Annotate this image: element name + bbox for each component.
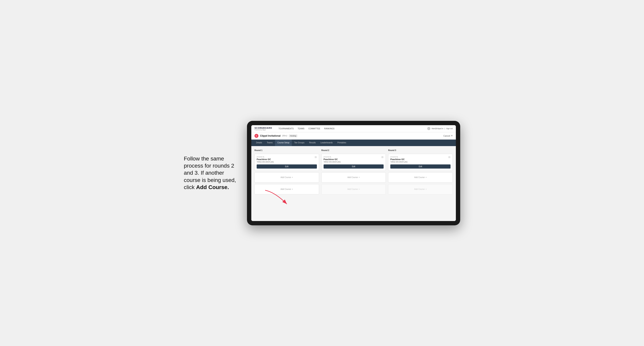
- round-1-course-name: Peachtree GC: [257, 158, 317, 161]
- round-1-add-course-button[interactable]: Add Course +: [254, 172, 319, 182]
- round-2-label: Round 2: [322, 149, 386, 152]
- tablet-screen: SCOREBOARD Powered by clippd TOURNAMENTS…: [251, 125, 456, 221]
- round-1-course-card: ⊟ (Course A) Peachtree GC Yellow (M) (66…: [254, 154, 319, 171]
- tablet-inner: SCOREBOARD Powered by clippd TOURNAMENTS…: [251, 125, 456, 221]
- round-2-add-course-button[interactable]: Add Course +: [322, 172, 386, 182]
- round-1-edit-button[interactable]: Edit: [257, 165, 317, 169]
- round-3-add-course-button[interactable]: Add Course +: [388, 172, 453, 182]
- round-1-course-tag: (Course A): [257, 156, 317, 158]
- nav-tournaments[interactable]: TOURNAMENTS: [278, 127, 294, 130]
- scoreboard-logo: SCOREBOARD Powered by clippd: [254, 127, 272, 131]
- tab-course-setup[interactable]: Course Setup: [275, 140, 292, 146]
- round-1-delete-icon[interactable]: ⊟: [314, 156, 317, 159]
- round-2-add-course-text: Add Course +: [348, 176, 360, 178]
- pipe-separator: |: [444, 128, 445, 130]
- round-3-plus-icon: +: [426, 176, 427, 178]
- round-1-column: Round 1 ⊟ (Course A) Peachtree GC Yellow…: [254, 149, 319, 194]
- round-1-extra-plus-icon: +: [292, 188, 293, 190]
- tournament-name: Clippd Invitational: [260, 135, 280, 137]
- main-content: Round 1 ⊟ (Course A) Peachtree GC Yellow…: [251, 146, 456, 221]
- tournament-gender: (Men): [282, 135, 287, 137]
- round-3-extra-plus-icon: +: [426, 188, 427, 190]
- clippd-logo: C: [254, 134, 258, 138]
- cancel-button[interactable]: Cancel ✕: [444, 135, 453, 137]
- round-3-delete-icon[interactable]: ⊟: [448, 156, 451, 159]
- round-2-course-name: Peachtree GC: [324, 158, 384, 161]
- round-1-extra-add-text: Add Course +: [280, 188, 293, 190]
- nav-links: TOURNAMENTS TEAMS COMMITTEE RANKINGS: [278, 127, 422, 130]
- sub-header: C Clippd Invitational (Men) Hosting Canc…: [251, 132, 456, 140]
- round-2-extra-slot: Add Course +: [322, 184, 386, 194]
- round-3-label: Round 3: [388, 149, 453, 152]
- logo-title: SCOREBOARD: [254, 127, 272, 129]
- round-1-plus-icon: +: [292, 176, 293, 178]
- round-1-label: Round 1: [254, 149, 319, 152]
- round-2-plus-icon: +: [358, 176, 360, 178]
- round-3-course-tag: (Course A): [390, 156, 450, 158]
- tablet-frame: SCOREBOARD Powered by clippd TOURNAMENTS…: [247, 121, 460, 225]
- round-3-add-course-text: Add Course +: [414, 176, 427, 178]
- user-email: blair@clippd.io: [432, 128, 443, 130]
- round-3-edit-button[interactable]: Edit: [390, 165, 450, 169]
- round-3-course-name: Peachtree GC: [390, 158, 450, 161]
- round-2-column: Round 2 ⊟ (Course A) Peachtree GC Yellow…: [322, 149, 386, 194]
- user-avatar: [427, 127, 430, 130]
- round-3-course-details: Yellow (M) (6629 yds): [390, 161, 450, 163]
- round-2-extra-plus-icon: +: [358, 188, 360, 190]
- sign-out-link[interactable]: Sign out: [446, 128, 453, 130]
- nav-teams[interactable]: TEAMS: [298, 127, 304, 130]
- tab-results[interactable]: Results: [307, 140, 318, 146]
- instruction-panel: Follow the same process for rounds 2 and…: [184, 155, 239, 191]
- cancel-x-icon: ✕: [451, 135, 453, 137]
- hosting-badge: Hosting: [289, 135, 297, 137]
- round-2-delete-icon[interactable]: ⊟: [381, 156, 384, 159]
- round-3-extra-add-text: Add Course +: [414, 188, 427, 190]
- tab-bar: Details Teams Course Setup Tee Groups Re…: [251, 140, 456, 146]
- round-2-edit-button[interactable]: Edit: [324, 165, 384, 169]
- round-2-course-tag: (Course A): [324, 156, 384, 158]
- top-nav: SCOREBOARD Powered by clippd TOURNAMENTS…: [251, 125, 456, 132]
- sub-header-left: C Clippd Invitational (Men) Hosting: [254, 134, 297, 138]
- round-2-extra-add-text: Add Course +: [348, 188, 360, 190]
- nav-committee[interactable]: COMMITTEE: [308, 127, 320, 130]
- round-3-extra-slot: Add Course +: [388, 184, 453, 194]
- round-1-add-course-text: Add Course +: [280, 176, 293, 178]
- round-2-course-card: ⊟ (Course A) Peachtree GC Yellow (M) (66…: [322, 154, 386, 171]
- rounds-grid: Round 1 ⊟ (Course A) Peachtree GC Yellow…: [254, 149, 453, 194]
- instruction-text-content: Follow the same process for rounds 2 and…: [184, 156, 236, 190]
- tab-teams[interactable]: Teams: [264, 140, 275, 146]
- round-1-extra-slot[interactable]: Add Course +: [254, 184, 319, 194]
- nav-rankings[interactable]: RANKINGS: [324, 127, 334, 130]
- tab-leaderboards[interactable]: Leaderboards: [318, 140, 335, 146]
- tab-details[interactable]: Details: [254, 140, 264, 146]
- tab-printables[interactable]: Printables: [335, 140, 348, 146]
- round-1-course-details: Yellow (M) (6629 yds): [257, 161, 317, 163]
- round-2-course-details: Yellow (M) (6629 yds): [324, 161, 384, 163]
- round-3-column: Round 3 ⊟ (Course A) Peachtree GC Yellow…: [388, 149, 453, 194]
- tab-tee-groups[interactable]: Tee Groups: [292, 140, 307, 146]
- round-3-course-card: ⊟ (Course A) Peachtree GC Yellow (M) (66…: [388, 154, 453, 171]
- logo-subtitle: Powered by clippd: [254, 129, 272, 131]
- nav-right: blair@clippd.io | Sign out: [427, 127, 453, 130]
- page-wrapper: Follow the same process for rounds 2 and…: [184, 121, 460, 225]
